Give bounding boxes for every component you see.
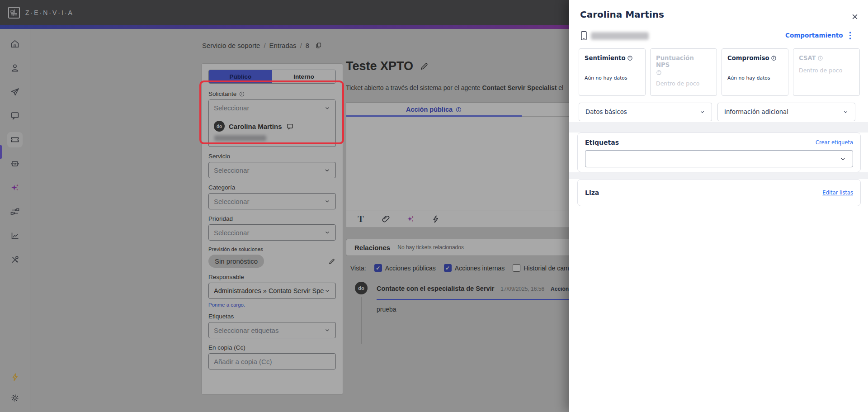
info-icon[interactable] bbox=[627, 55, 633, 61]
accordion-informacion-adicional[interactable]: Información adicional bbox=[717, 103, 855, 121]
kebab-menu-icon[interactable] bbox=[849, 31, 852, 40]
chevron-down-icon bbox=[699, 109, 705, 115]
editar-listas-link[interactable]: Editar listas bbox=[822, 189, 853, 196]
redacted-phone-number bbox=[591, 32, 649, 40]
section-divider bbox=[569, 172, 868, 179]
contact-panel-title: Carolina Martins bbox=[580, 9, 664, 20]
section-divider bbox=[569, 122, 868, 133]
liza-section: Liza Editar listas bbox=[577, 179, 861, 206]
card-sentimiento: Sentimiento Aún no hay datos bbox=[579, 48, 646, 96]
info-icon[interactable] bbox=[817, 55, 823, 61]
chevron-down-icon bbox=[840, 156, 846, 162]
contact-detail-panel: Carolina Martins Comportamiento Sentimie… bbox=[569, 0, 868, 412]
liza-section-title: Liza bbox=[585, 189, 599, 196]
etiquetas-section-title: Etiquetas bbox=[585, 139, 619, 146]
insight-cards: Sentimiento Aún no hay datos Puntuación … bbox=[579, 48, 860, 96]
etiquetas-panel-select[interactable] bbox=[585, 150, 853, 167]
card-puntuacion-nps: Puntuación NPS Dentro de poco bbox=[650, 48, 717, 96]
phone-icon bbox=[580, 31, 587, 41]
close-icon[interactable] bbox=[850, 12, 860, 22]
card-csat: CSAT Dentro de poco bbox=[793, 48, 860, 96]
behavior-actions: Comportamiento bbox=[785, 31, 852, 40]
etiquetas-section: Etiquetas Crear etiqueta bbox=[577, 133, 861, 172]
comportamiento-link[interactable]: Comportamiento bbox=[785, 32, 843, 39]
info-icon[interactable] bbox=[656, 70, 662, 76]
accordion-datos-basicos[interactable]: Datos básicos bbox=[579, 103, 712, 121]
card-compromiso: Compromiso Aún no hay datos bbox=[722, 48, 788, 96]
crear-etiqueta-link[interactable]: Crear etiqueta bbox=[816, 139, 853, 146]
app-window: Z·E·N·V·I·A bbox=[0, 0, 868, 412]
chevron-down-icon bbox=[843, 109, 849, 115]
info-icon[interactable] bbox=[771, 55, 777, 61]
